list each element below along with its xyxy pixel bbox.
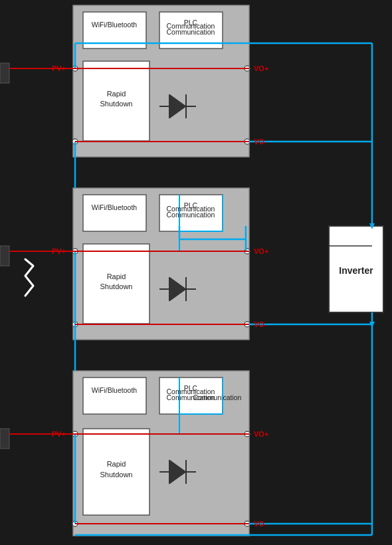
svg-text:VO-: VO- (254, 520, 267, 528)
svg-text:PV+: PV+ (52, 64, 66, 72)
svg-text:Inverter: Inverter (339, 265, 373, 276)
svg-text:Communication: Communication (167, 387, 215, 395)
svg-text:Shutdown: Shutdown (100, 100, 133, 108)
diagram-container: WiFi/Bluetooth PLC Communication Rapid S… (0, 0, 392, 545)
svg-text:WiFi/Bluetooth: WiFi/Bluetooth (92, 386, 137, 394)
svg-text:Shutdown: Shutdown (100, 471, 133, 479)
svg-text:Rapid: Rapid (107, 272, 126, 280)
svg-text:Rapid: Rapid (107, 460, 126, 468)
svg-rect-38 (83, 378, 146, 414)
svg-rect-58 (0, 63, 9, 83)
svg-text:PV+: PV+ (52, 430, 66, 438)
svg-text:WiFi/Bluetooth: WiFi/Bluetooth (92, 203, 137, 211)
svg-text:VO-: VO- (254, 138, 267, 146)
svg-rect-20 (83, 195, 146, 231)
svg-text:Communication: Communication (167, 205, 215, 213)
svg-text:Shutdown: Shutdown (100, 282, 133, 290)
svg-text:VO+: VO+ (254, 64, 268, 72)
svg-rect-59 (0, 246, 9, 266)
svg-text:Rapid: Rapid (107, 90, 126, 98)
svg-rect-60 (0, 429, 9, 449)
svg-text:Communication: Communication (167, 22, 215, 30)
wiring-svg: WiFi/Bluetooth PLC Communication Rapid S… (0, 0, 392, 545)
svg-text:WiFi/Bluetooth: WiFi/Bluetooth (92, 21, 137, 29)
svg-text:VO+: VO+ (254, 247, 268, 255)
svg-text:VO-: VO- (254, 320, 267, 328)
svg-text:VO+: VO+ (254, 430, 268, 438)
svg-text:PV+: PV+ (52, 247, 66, 255)
